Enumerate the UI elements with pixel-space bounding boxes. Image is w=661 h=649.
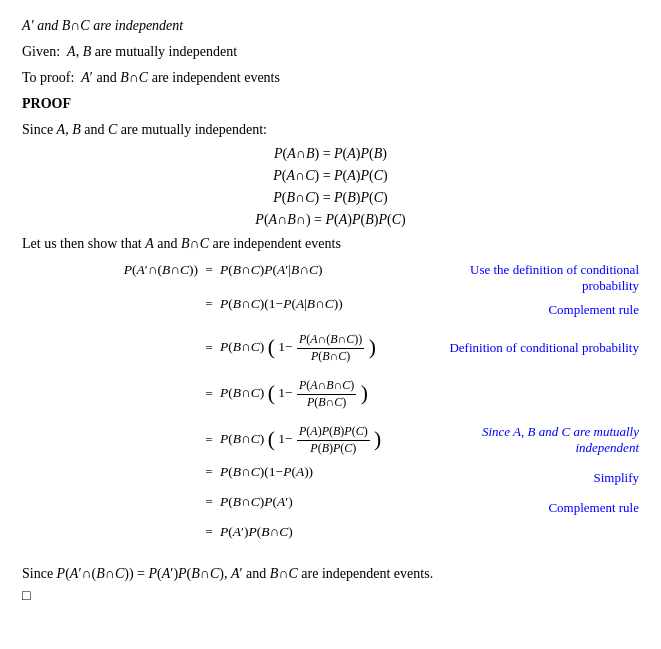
frac-den-5: P(B)P(C)	[308, 441, 358, 457]
open-paren-3: (	[268, 335, 275, 359]
given-label: Given:	[22, 44, 60, 59]
proof-eq-5: =	[202, 432, 216, 448]
proof-rhs-3: P(B∩C) ( 1− P(A∩(B∩C)) P(B∩C) )	[216, 332, 425, 364]
equation-4: P(A∩B∩) = P(A)P(B)P(C)	[22, 212, 639, 228]
equation-2: P(A∩C) = P(A)P(C)	[22, 168, 639, 184]
proof-eq-2: =	[202, 296, 216, 312]
proof-row-7: = P(B∩C)P(A′) Complement rule	[22, 494, 639, 522]
frac-num-3: P(A∩(B∩C))	[297, 332, 364, 349]
equation-1: P(A∩B) = P(A)P(B)	[22, 146, 639, 162]
proof-row-8: = P(A′)P(B∩C)	[22, 524, 639, 552]
proof-row-4: = P(B∩C) ( 1− P(A∩B∩C) P(B∩C) )	[22, 372, 639, 416]
proof-rhs-4: P(B∩C) ( 1− P(A∩B∩C) P(B∩C) )	[216, 378, 425, 410]
proof-eq-1: =	[202, 262, 216, 278]
proof-reason-1: Use the definition of conditional probab…	[425, 262, 640, 294]
proof-row-5: = P(B∩C) ( 1− P(A)P(B)P(C) P(B)P(C) ) Si…	[22, 418, 639, 462]
fraction-3: P(A∩(B∩C)) P(B∩C)	[297, 332, 364, 364]
proof-row-2: = P(B∩C)(1−P(A|B∩C)) Complement rule	[22, 296, 639, 324]
frac-num-5: P(A)P(B)P(C)	[297, 424, 370, 441]
toproof-label: To proof:	[22, 70, 74, 85]
open-paren-4: (	[268, 381, 275, 405]
proof-reason-3: Definition of conditional probability	[425, 340, 640, 356]
proof-eq-6: =	[202, 464, 216, 480]
proof-rhs-8: P(A′)P(B∩C)	[216, 524, 425, 540]
fraction-5: P(A)P(B)P(C) P(B)P(C)	[297, 424, 370, 456]
letshow-line: Let us then show that A and B∩C are inde…	[22, 236, 639, 252]
frac-den-4: P(B∩C)	[305, 395, 348, 411]
proof-row-1: P(A′∩(B∩C)) = P(B∩C)P(A′|B∩C) Use the de…	[22, 262, 639, 294]
proof-rhs-7: P(B∩C)P(A′)	[216, 494, 425, 510]
conclusion: Since P(A′∩(B∩C)) = P(A′)P(B∩C), A′ and …	[22, 566, 639, 582]
qed-symbol: □	[22, 588, 639, 604]
since-intro: Since A, B and C are mutually independen…	[22, 122, 639, 138]
proof-reason-7: Complement rule	[425, 500, 640, 516]
toproof-line: To proof: A′ and B∩C are independent eve…	[22, 70, 639, 86]
proof-eq-8: =	[202, 524, 216, 540]
proof-body: P(A′∩(B∩C)) = P(B∩C)P(A′|B∩C) Use the de…	[22, 262, 639, 552]
frac-num-4: P(A∩B∩C)	[297, 378, 356, 395]
equation-3: P(B∩C) = P(B)P(C)	[22, 190, 639, 206]
open-paren-5: (	[268, 427, 275, 451]
proof-rhs-1: P(B∩C)P(A′|B∩C)	[216, 262, 425, 278]
proof-row-6: = P(B∩C)(1−P(A)) Simplify	[22, 464, 639, 492]
frac-den-3: P(B∩C)	[309, 349, 352, 365]
proof-rhs-5: P(B∩C) ( 1− P(A)P(B)P(C) P(B)P(C) )	[216, 424, 425, 456]
title-line: A′ and B∩C are independent	[22, 18, 639, 34]
proof-reason-5: Since A, B and C are mutually independen…	[425, 424, 640, 456]
proof-eq-3: =	[202, 340, 216, 356]
proof-rhs-2: P(B∩C)(1−P(A|B∩C))	[216, 296, 425, 312]
proof-eq-4: =	[202, 386, 216, 402]
close-paren-3: )	[369, 335, 376, 359]
proof-lhs-1: P(A′∩(B∩C))	[22, 262, 202, 278]
proof-reason-2: Complement rule	[425, 302, 640, 318]
given-line: Given: A, B are mutually independent	[22, 44, 639, 60]
fraction-4: P(A∩B∩C) P(B∩C)	[297, 378, 356, 410]
proof-row-3: = P(B∩C) ( 1− P(A∩(B∩C)) P(B∩C) ) Defini…	[22, 326, 639, 370]
proof-header: PROOF	[22, 96, 639, 112]
proof-eq-7: =	[202, 494, 216, 510]
close-paren-5: )	[374, 427, 381, 451]
close-paren-4: )	[361, 381, 368, 405]
proof-rhs-6: P(B∩C)(1−P(A))	[216, 464, 425, 480]
proof-reason-6: Simplify	[425, 470, 640, 486]
